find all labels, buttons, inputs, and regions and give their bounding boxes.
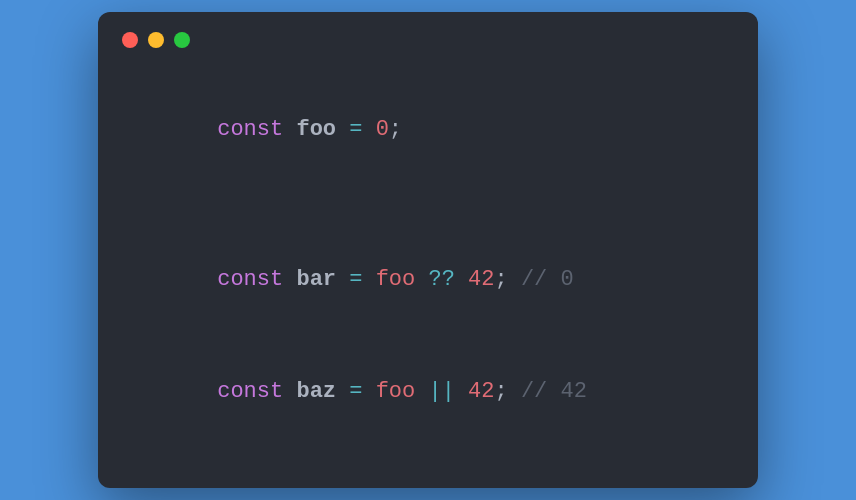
value-42-2: 42 bbox=[468, 379, 494, 404]
value-0: 0 bbox=[376, 117, 389, 142]
semi-3: ; bbox=[494, 379, 507, 404]
value-42-1: 42 bbox=[468, 267, 494, 292]
keyword-const-1: const bbox=[217, 117, 283, 142]
titlebar bbox=[98, 12, 758, 64]
operator-eq-3: = bbox=[349, 379, 362, 404]
semi-1: ; bbox=[389, 117, 402, 142]
code-editor-window: const foo = 0; const bar = foo ?? 42; //… bbox=[98, 12, 758, 488]
keyword-const-2: const bbox=[217, 267, 283, 292]
code-area: const foo = 0; const bar = foo ?? 42; //… bbox=[98, 64, 758, 448]
maximize-button[interactable] bbox=[174, 32, 190, 48]
varname-bar: bar bbox=[296, 267, 336, 292]
operator-eq-2: = bbox=[349, 267, 362, 292]
code-line-3: const baz = foo || 42; // 42 bbox=[138, 336, 718, 448]
close-button[interactable] bbox=[122, 32, 138, 48]
varname-foo: foo bbox=[296, 117, 336, 142]
comment-2: // 42 bbox=[521, 379, 587, 404]
minimize-button[interactable] bbox=[148, 32, 164, 48]
code-line-1: const foo = 0; bbox=[138, 74, 718, 186]
or-op: || bbox=[428, 379, 454, 404]
nullish-op: ?? bbox=[428, 267, 454, 292]
code-line-2: const bar = foo ?? 42; // 0 bbox=[138, 224, 718, 336]
varname-baz: baz bbox=[296, 379, 336, 404]
ref-foo-2: foo bbox=[376, 379, 416, 404]
operator-eq-1: = bbox=[349, 117, 362, 142]
semi-2: ; bbox=[494, 267, 507, 292]
keyword-const-3: const bbox=[217, 379, 283, 404]
comment-1: // 0 bbox=[521, 267, 574, 292]
ref-foo-1: foo bbox=[376, 267, 416, 292]
empty-line-1 bbox=[138, 186, 718, 223]
